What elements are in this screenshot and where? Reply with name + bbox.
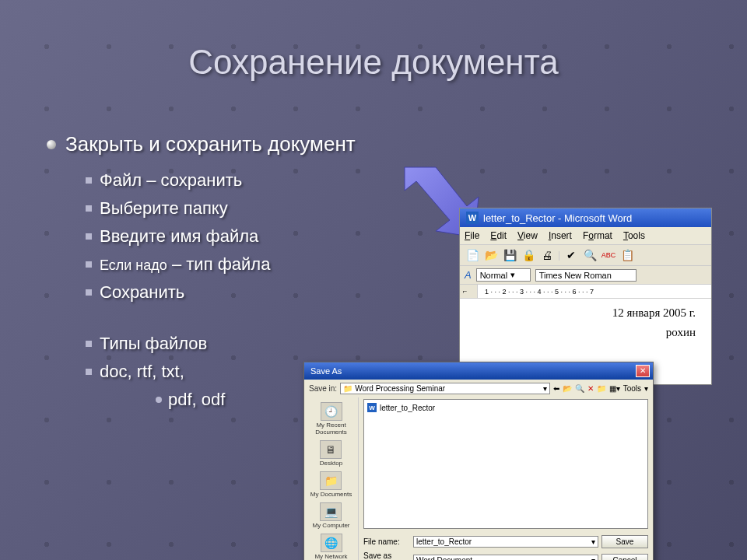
desktop-icon: 🖥	[320, 440, 342, 459]
menu-edit[interactable]: Edit	[490, 230, 507, 241]
doc-name-fragment: рохин	[475, 326, 696, 339]
tab-icon[interactable]: ⌐	[463, 287, 467, 295]
square-icon	[86, 233, 92, 240]
back-icon[interactable]: ⬅	[553, 384, 559, 393]
open-icon[interactable]: 📂	[483, 247, 499, 263]
font-combo[interactable]: Times New Roman	[535, 269, 637, 282]
paste-icon[interactable]: 📋	[619, 247, 635, 263]
newfolder-icon[interactable]: 📁	[597, 384, 606, 393]
sub-item-2: Выберите папку	[86, 198, 436, 219]
sub-item-6: Типы файлов	[86, 334, 436, 354]
places-desktop[interactable]: 🖥Desktop	[318, 439, 344, 468]
up-icon[interactable]: 📂	[563, 384, 572, 393]
close-button[interactable]: ✕	[636, 365, 650, 377]
word-file-icon: W	[367, 403, 377, 412]
word-app-icon: W	[466, 212, 479, 224]
word-menubar: File Edit View Insert Format Tools	[460, 227, 711, 245]
word-titlebar: W letter_to_Rector - Microsoft Word	[460, 208, 711, 227]
file-name-label: File name:	[363, 537, 410, 546]
doc-date: 12 января 2005 г.	[475, 306, 696, 320]
abc-icon[interactable]: ABC	[601, 247, 616, 263]
menu-file[interactable]: File	[465, 230, 479, 241]
save-in-label: Save in:	[309, 384, 337, 393]
word-title-text: letter_to_Rector - Microsoft Word	[483, 212, 632, 224]
new-doc-icon[interactable]: 📄	[465, 247, 480, 263]
places-network[interactable]: 🌐My Network Places	[306, 532, 356, 560]
places-bar: 🕘My Recent Documents 🖥Desktop 📁My Docume…	[304, 397, 359, 560]
menu-insert[interactable]: Insert	[549, 230, 572, 241]
menu-format[interactable]: Format	[583, 230, 612, 241]
network-icon: 🌐	[321, 534, 342, 552]
word-ruler: ⌐ 1 · · · 2 · · · 3 · · · 4 · · · 5 · · …	[460, 285, 711, 299]
views-icon[interactable]: ▦▾	[609, 384, 620, 393]
folder-icon: 📁	[343, 384, 352, 393]
places-mydocs[interactable]: 📁My Documents	[309, 470, 353, 499]
tools-dropdown[interactable]: Tools	[623, 384, 641, 393]
places-mycomp[interactable]: 💻My Computer	[310, 501, 351, 530]
bullet-dot-icon	[47, 140, 56, 149]
style-combo[interactable]: Normal▾	[476, 268, 531, 282]
square-icon	[86, 369, 92, 375]
square-icon	[86, 289, 92, 296]
save-as-dialog: Save As ✕ Save in: 📁 Word Processing Sem…	[303, 362, 654, 560]
mydocs-icon: 📁	[320, 471, 342, 490]
slide-title: Сохранение документа	[0, 43, 747, 82]
recent-icon: 🕘	[321, 402, 342, 421]
file-list[interactable]: W letter_to_Rector	[363, 399, 648, 529]
word-format-bar: A Normal▾ Times New Roman	[460, 266, 711, 285]
dialog-title-text: Save As	[310, 366, 342, 376]
save-button[interactable]: Save	[601, 535, 648, 548]
spell-icon[interactable]: ✔	[563, 247, 579, 263]
round-icon	[156, 397, 162, 403]
square-icon	[86, 341, 92, 347]
search-icon[interactable]: 🔍	[575, 384, 584, 393]
dialog-toolbar: Save in: 📁 Word Processing Seminar ▾ ⬅ 📂…	[304, 380, 653, 397]
word-toolbar: 📄 📂 💾 🔒 🖨 | ✔ 🔍 ABC 📋	[460, 245, 711, 266]
square-icon	[86, 177, 92, 184]
save-type-combo[interactable]: Word Document▾	[413, 555, 598, 561]
menu-view[interactable]: View	[517, 230, 538, 241]
a-icon[interactable]: A	[465, 269, 472, 281]
menu-tools[interactable]: Tools	[623, 230, 645, 241]
save-type-label: Save as type:	[363, 551, 410, 560]
bullet-main-text: Закрыть и сохранить документ	[65, 132, 356, 156]
dialog-titlebar: Save As ✕	[304, 362, 653, 380]
sub-item-5: Сохранить	[86, 282, 436, 303]
word-window: W letter_to_Rector - Microsoft Word File…	[459, 208, 712, 385]
file-name-input[interactable]: letter_to_Rector▾	[413, 536, 598, 548]
cancel-button[interactable]: Cancel	[601, 554, 648, 561]
square-icon	[86, 261, 92, 268]
sub-item-3: Введите имя файла	[86, 226, 436, 247]
print-icon[interactable]: 🖨	[539, 247, 555, 263]
sub-item-1: Файл – сохранить	[86, 170, 436, 191]
sub-item-4: Если надо – тип файла	[86, 254, 436, 275]
delete-icon[interactable]: ✕	[587, 384, 594, 393]
save-in-combo[interactable]: 📁 Word Processing Seminar ▾	[340, 383, 550, 394]
bullet-main: Закрыть и сохранить документ	[47, 132, 436, 156]
save-icon[interactable]: 💾	[502, 247, 517, 263]
mycomp-icon: 💻	[320, 502, 342, 521]
file-item[interactable]: W letter_to_Rector	[367, 403, 644, 412]
square-icon	[86, 205, 92, 212]
research-icon[interactable]: 🔍	[582, 247, 598, 263]
places-recent[interactable]: 🕘My Recent Documents	[306, 401, 356, 437]
permission-icon[interactable]: 🔒	[521, 247, 536, 263]
